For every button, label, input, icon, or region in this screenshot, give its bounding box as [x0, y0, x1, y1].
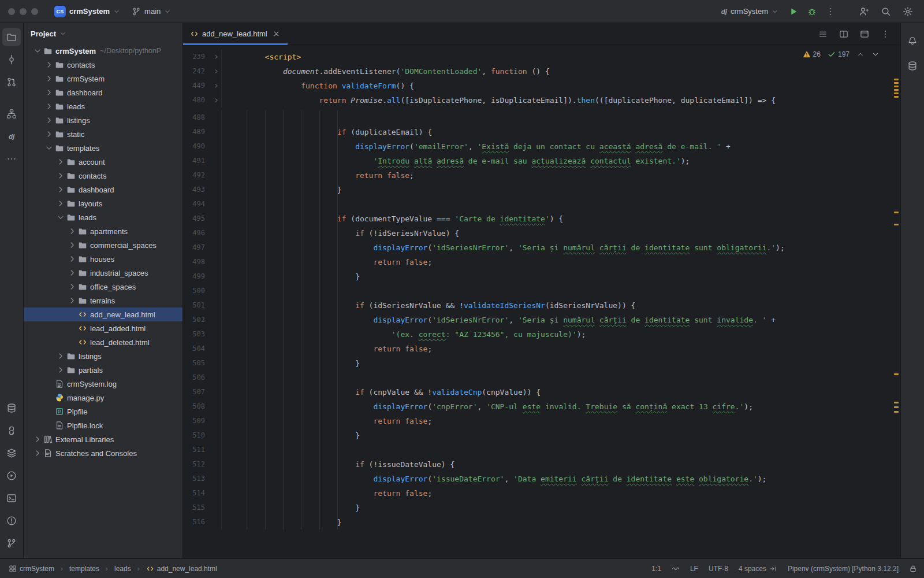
tree-item-manage.py[interactable]: manage.py — [24, 391, 182, 405]
line-number[interactable]: 500 — [183, 284, 211, 298]
stripe-mark[interactable] — [894, 92, 899, 94]
chevron-down-icon[interactable] — [56, 213, 65, 222]
code-line-516[interactable]: 516} — [183, 515, 900, 529]
code-line-509[interactable]: 509return false; — [183, 414, 900, 428]
line-number[interactable]: 495 — [183, 212, 211, 226]
code-line-515[interactable]: 515} — [183, 501, 900, 515]
fold-collapsed-icon[interactable] — [213, 83, 219, 89]
code-line-500[interactable]: 500 — [183, 284, 900, 298]
code-line-242[interactable]: 242document.addEventListener('DOMContent… — [183, 64, 900, 79]
line-number[interactable]: 516 — [183, 515, 211, 529]
line-number[interactable]: 514 — [183, 486, 211, 501]
tree-item-account[interactable]: account — [24, 155, 182, 169]
code-text[interactable]: '(ex. corect: "AZ 123456", cu majuscule)… — [221, 327, 900, 342]
code-text[interactable]: } — [221, 428, 900, 443]
more-tools-button[interactable] — [2, 150, 21, 168]
stripe-mark[interactable] — [894, 79, 899, 80]
chevron-right-icon[interactable] — [44, 102, 54, 111]
tree-item-contacts[interactable]: contacts — [24, 169, 182, 183]
settings-button[interactable] — [900, 3, 916, 20]
stripe-mark[interactable] — [894, 89, 899, 91]
code-text[interactable]: } — [221, 515, 900, 529]
breadcrumb-crmSystem[interactable]: crmSystem — [7, 564, 56, 574]
code-line-512[interactable]: 512if (!issueDateValue) { — [183, 457, 900, 472]
stripe-mark[interactable] — [894, 406, 899, 408]
code-text[interactable]: displayError('cnpError', 'CNP-ul este in… — [221, 399, 900, 414]
code-text[interactable]: if (cnpValue && !validateCnp(cnpValue)) … — [221, 385, 900, 399]
chevron-right-icon[interactable] — [68, 268, 77, 277]
code-text[interactable]: return false; — [221, 414, 900, 428]
line-number[interactable]: 508 — [183, 399, 211, 414]
chevron-right-icon[interactable] — [68, 240, 77, 250]
tree-item-crmSystem.log[interactable]: crmSystem.log — [24, 377, 182, 391]
chevron-right-icon[interactable] — [44, 116, 54, 125]
code-line-498[interactable]: 498return false; — [183, 255, 900, 269]
code-line-497[interactable]: 497displayError('idSeriesNrError', 'Seri… — [183, 240, 900, 255]
line-number[interactable]: 489 — [183, 125, 211, 139]
project-panel-header[interactable]: Project — [24, 23, 182, 44]
line-number[interactable]: 494 — [183, 197, 211, 212]
code-line-492[interactable]: 492return false; — [183, 168, 900, 183]
readonly-toggle[interactable] — [909, 565, 917, 573]
chevron-right-icon[interactable] — [56, 157, 65, 166]
tab-add_new_lead.html[interactable]: add_new_lead.html — [183, 23, 288, 45]
code-line-504[interactable]: 504return false; — [183, 342, 900, 356]
breadcrumb-templates[interactable]: templates — [68, 564, 101, 574]
window-minimize-button[interactable] — [20, 8, 27, 15]
tree-item-Pipfile.lock[interactable]: Pipfile.lock — [24, 418, 182, 432]
line-number[interactable]: 510 — [183, 428, 211, 443]
chevron-right-icon[interactable] — [44, 74, 54, 83]
stripe-mark[interactable] — [894, 86, 899, 87]
code-line-505[interactable]: 505} — [183, 356, 900, 370]
fold-marker[interactable] — [211, 50, 221, 64]
tree-item-templates[interactable]: templates — [24, 141, 182, 155]
code-text[interactable] — [221, 370, 900, 385]
code-line-510[interactable]: 510} — [183, 428, 900, 443]
code-text[interactable] — [221, 110, 900, 125]
split-editor-button[interactable] — [836, 26, 852, 42]
pull-requests-tool-button[interactable] — [2, 73, 21, 91]
chevron-right-icon[interactable] — [68, 296, 77, 305]
database-right-tool-button[interactable] — [903, 57, 922, 75]
line-number[interactable]: 504 — [183, 342, 211, 356]
fold-collapsed-icon[interactable] — [213, 97, 219, 103]
breadcrumb-add_new_lead.html[interactable]: add_new_lead.html — [144, 564, 219, 574]
run-button[interactable] — [785, 3, 802, 20]
code-line-511[interactable]: 511 — [183, 443, 900, 457]
chevron-right-icon[interactable] — [44, 129, 54, 139]
fold-marker[interactable] — [211, 93, 221, 108]
line-number[interactable]: 498 — [183, 255, 211, 269]
chevron-right-icon[interactable] — [56, 185, 65, 194]
stripe-mark[interactable] — [894, 411, 899, 413]
line-number[interactable]: 488 — [183, 110, 211, 125]
code-line-507[interactable]: 507if (cnpValue && !validateCnp(cnpValue… — [183, 385, 900, 399]
previous-problem-button[interactable] — [856, 50, 865, 58]
code-text[interactable]: function validateForm() { — [221, 79, 900, 93]
code-text[interactable]: displayError('emailError', 'Există deja … — [221, 139, 900, 154]
line-number[interactable]: 491 — [183, 154, 211, 168]
code-line-494[interactable]: 494 — [183, 197, 900, 212]
chevron-right-icon[interactable] — [33, 449, 42, 458]
code-text[interactable]: document.addEventListener('DOMContentLoa… — [221, 64, 900, 79]
branch-selector[interactable]: main — [127, 5, 176, 18]
code-text[interactable]: return false; — [221, 168, 900, 183]
line-number[interactable]: 480 — [183, 93, 211, 108]
line-number[interactable]: 239 — [183, 50, 211, 64]
code-line-493[interactable]: 493} — [183, 183, 900, 197]
code-text[interactable]: } — [221, 183, 900, 197]
code-line-513[interactable]: 513displayError('issueDateError', 'Data … — [183, 472, 900, 486]
code-text[interactable]: } — [221, 356, 900, 370]
code-text[interactable]: if (documentTypeValue === 'Carte de iden… — [221, 212, 900, 226]
code-text[interactable]: if (!idSeriesNrValue) { — [221, 226, 900, 240]
chevron-right-icon[interactable] — [33, 435, 42, 444]
code-text[interactable] — [221, 284, 900, 298]
code-line-501[interactable]: 501if (idSeriesNrValue && !validateIdSer… — [183, 298, 900, 313]
commit-tool-button[interactable] — [2, 50, 21, 69]
code-line-489[interactable]: 489if (duplicateEmail) { — [183, 125, 900, 139]
line-separator[interactable]: LF — [690, 565, 698, 573]
next-problem-button[interactable] — [871, 50, 880, 58]
tree-item-External Libraries[interactable]: External Libraries — [24, 432, 182, 446]
version-control-tool-button[interactable] — [2, 534, 21, 553]
code-text[interactable]: if (duplicateEmail) { — [221, 125, 900, 139]
fold-marker[interactable] — [211, 64, 221, 79]
